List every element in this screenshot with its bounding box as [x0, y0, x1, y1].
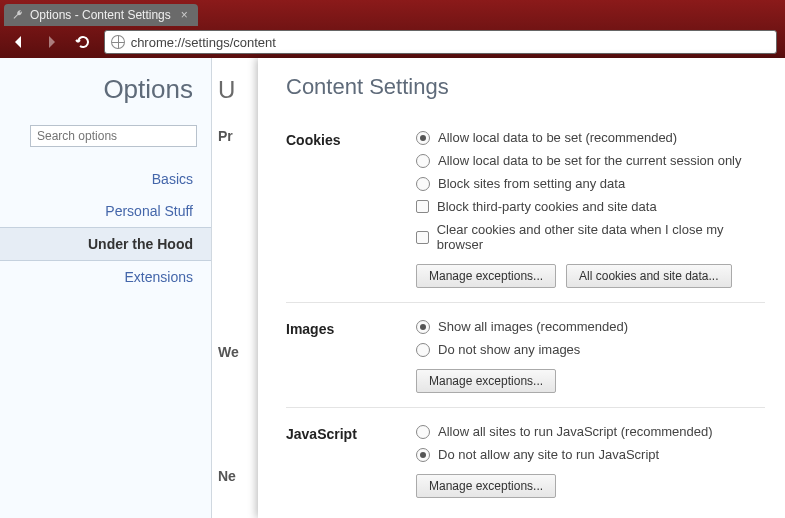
- manage-exceptions-button[interactable]: Manage exceptions...: [416, 369, 556, 393]
- back-button[interactable]: [8, 31, 30, 53]
- search-input[interactable]: [30, 125, 197, 147]
- globe-icon: [111, 35, 125, 49]
- checkbox-clear-on-close[interactable]: [416, 231, 429, 244]
- arrow-left-icon: [11, 34, 27, 50]
- modal-title: Content Settings: [286, 74, 765, 100]
- arrow-right-icon: [43, 34, 59, 50]
- url-input[interactable]: [131, 35, 770, 50]
- sidebar-item-under-the-hood[interactable]: Under the Hood: [0, 227, 211, 261]
- radio-label: Do not show any images: [438, 342, 580, 357]
- browser-tab[interactable]: Options - Content Settings ×: [4, 4, 198, 26]
- content-settings-modal: Content Settings Cookies Allow local dat…: [258, 58, 785, 518]
- sidebar-item-basics[interactable]: Basics: [0, 163, 211, 195]
- sidebar-item-personal-stuff[interactable]: Personal Stuff: [0, 195, 211, 227]
- radio-cookies-session[interactable]: [416, 154, 430, 168]
- radio-label: Allow local data to be set for the curre…: [438, 153, 742, 168]
- section-label-cookies: Cookies: [286, 130, 416, 288]
- section-label-javascript: JavaScript: [286, 424, 416, 498]
- underlay-column: U Pr We Ne: [212, 58, 256, 518]
- browser-toolbar: [0, 26, 785, 58]
- tab-strip: Options - Content Settings ×: [0, 0, 785, 26]
- sidebar-nav: Basics Personal Stuff Under the Hood Ext…: [0, 163, 211, 293]
- underlay-label: Ne: [212, 468, 256, 484]
- radio-js-block[interactable]: [416, 448, 430, 462]
- all-cookies-button[interactable]: All cookies and site data...: [566, 264, 731, 288]
- underlay-label: We: [212, 344, 256, 360]
- page-body: Options Basics Personal Stuff Under the …: [0, 58, 785, 518]
- radio-label: Block sites from setting any data: [438, 176, 625, 191]
- radio-js-allow[interactable]: [416, 425, 430, 439]
- underlay-heading: U: [212, 76, 256, 104]
- radio-label: Show all images (recommended): [438, 319, 628, 334]
- section-images: Images Show all images (recommended) Do …: [286, 313, 765, 408]
- reload-icon: [75, 34, 91, 50]
- wrench-icon: [12, 9, 24, 21]
- radio-cookies-block[interactable]: [416, 177, 430, 191]
- close-icon[interactable]: ×: [181, 8, 188, 22]
- forward-button[interactable]: [40, 31, 62, 53]
- radio-label: Do not allow any site to run JavaScript: [438, 447, 659, 462]
- checkbox-block-third-party[interactable]: [416, 200, 429, 213]
- manage-exceptions-button[interactable]: Manage exceptions...: [416, 264, 556, 288]
- tab-title: Options - Content Settings: [30, 8, 171, 22]
- reload-button[interactable]: [72, 31, 94, 53]
- browser-chrome: Options - Content Settings ×: [0, 0, 785, 58]
- section-javascript: JavaScript Allow all sites to run JavaSc…: [286, 418, 765, 512]
- radio-label: Allow local data to be set (recommended): [438, 130, 677, 145]
- manage-exceptions-button[interactable]: Manage exceptions...: [416, 474, 556, 498]
- section-cookies: Cookies Allow local data to be set (reco…: [286, 124, 765, 303]
- url-bar[interactable]: [104, 30, 777, 54]
- radio-images-show[interactable]: [416, 320, 430, 334]
- section-label-images: Images: [286, 319, 416, 393]
- page-title: Options: [0, 58, 211, 125]
- search-options: [30, 125, 197, 147]
- sidebar-item-extensions[interactable]: Extensions: [0, 261, 211, 293]
- radio-images-hide[interactable]: [416, 343, 430, 357]
- sidebar: Options Basics Personal Stuff Under the …: [0, 58, 212, 518]
- checkbox-label: Clear cookies and other site data when I…: [437, 222, 765, 252]
- radio-label: Allow all sites to run JavaScript (recom…: [438, 424, 713, 439]
- underlay-label: Pr: [212, 128, 256, 144]
- radio-cookies-allow[interactable]: [416, 131, 430, 145]
- checkbox-label: Block third-party cookies and site data: [437, 199, 657, 214]
